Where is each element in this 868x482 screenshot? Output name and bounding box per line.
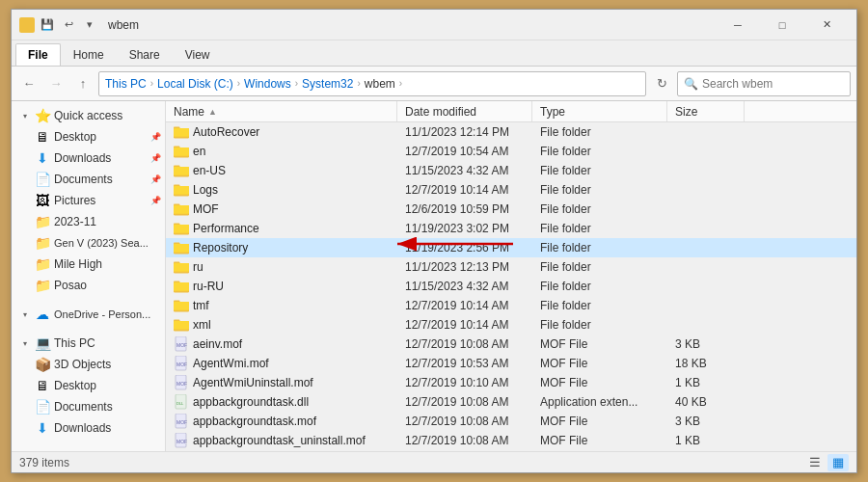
crumb-this-pc[interactable]: This PC <box>105 77 147 91</box>
window: 💾 ↩ ▾ wbem ─ □ ✕ File Home Share View ← … <box>11 9 857 473</box>
sidebar-item-this-pc[interactable]: ▾ 💻 This PC <box>12 333 165 354</box>
file-name: tmf <box>193 299 209 312</box>
search-box[interactable]: 🔍 <box>677 71 851 96</box>
sidebar-item-posao[interactable]: 📁 Posao <box>12 275 165 296</box>
desktop2-icon: 🖥 <box>35 378 50 393</box>
address-box[interactable]: This PC › Local Disk (C:) › Windows › Sy… <box>98 71 646 96</box>
crumb-wbem: wbem <box>365 77 395 91</box>
sidebar-pictures-label: Pictures <box>54 194 95 207</box>
search-input[interactable] <box>702 77 847 91</box>
crumb-local-disk[interactable]: Local Disk (C:) <box>157 77 233 91</box>
file-date: 11/1/2023 12:14 PM <box>397 125 532 139</box>
file-row[interactable]: MOF appbackgroundtask.mof 12/7/2019 10:0… <box>166 412 856 431</box>
file-name: Performance <box>193 222 259 235</box>
file-row[interactable]: MOF AgentWmi.mof 12/7/2019 10:53 AM MOF … <box>166 354 856 373</box>
folder-icon <box>174 280 189 293</box>
folder-mile-icon: 📁 <box>35 256 50 272</box>
file-row[interactable]: Performance 11/19/2023 3:02 PM File fold… <box>166 219 856 238</box>
file-type: MOF File <box>532 337 667 351</box>
sidebar-item-gen-v[interactable]: 📁 Gen V (2023) Sea... <box>12 232 165 254</box>
col-header-size[interactable]: Size <box>667 101 745 121</box>
file-row[interactable]: MOF appbackgroundtask_uninstall.mof 12/7… <box>166 431 856 450</box>
sort-arrow: ▲ <box>208 107 217 117</box>
file-date: 12/7/2019 10:08 AM <box>397 395 532 409</box>
col-type-label: Type <box>540 105 565 119</box>
file-row[interactable]: MOF AgentWmiUninstall.mof 12/7/2019 10:1… <box>166 373 856 392</box>
crumb-system32[interactable]: System32 <box>302 77 353 91</box>
file-date: 12/7/2019 10:14 AM <box>397 183 532 197</box>
sidebar-item-downloads[interactable]: ⬇ Downloads 📌 <box>12 147 165 169</box>
pin-icon: 📌 <box>150 132 161 142</box>
file-row[interactable]: xml 12/7/2019 10:14 AM File folder <box>166 315 856 335</box>
qat-dropdown-button[interactable]: ▾ <box>81 16 98 34</box>
file-type: File folder <box>532 318 667 332</box>
expand-this-pc-icon: ▾ <box>19 337 31 349</box>
forward-button[interactable]: → <box>44 72 68 95</box>
folder-icon <box>174 125 189 139</box>
sidebar-item-desktop2[interactable]: 🖥 Desktop <box>12 375 165 396</box>
file-pane: Name ▲ Date modified Type Size <box>166 101 856 451</box>
file-date: 11/19/2023 3:02 PM <box>397 222 532 235</box>
sidebar-item-3d-objects[interactable]: 📦 3D Objects <box>12 354 165 375</box>
file-row[interactable]: ru 11/1/2023 12:13 PM File folder <box>166 257 856 277</box>
save-qat-button[interactable]: 💾 <box>39 16 56 34</box>
mof-file-icon: MOF <box>174 414 189 429</box>
star-icon: ⭐ <box>35 108 50 123</box>
sidebar-item-desktop[interactable]: 🖥 Desktop 📌 <box>12 126 165 147</box>
file-row[interactable]: AutoRecover 11/1/2023 12:14 PM File fold… <box>166 122 856 142</box>
col-header-name[interactable]: Name ▲ <box>166 101 397 121</box>
crumb-windows[interactable]: Windows <box>244 77 291 91</box>
main-content: ▾ ⭐ Quick access 🖥 Desktop 📌 ⬇ Downloads… <box>12 101 856 451</box>
file-row[interactable]: MOF 12/6/2019 10:59 PM File folder <box>166 200 856 219</box>
mof-file-icon: MOF <box>174 375 189 390</box>
details-view-button[interactable]: ▦ <box>827 454 849 471</box>
close-button[interactable]: ✕ <box>804 10 849 40</box>
file-date: 11/15/2023 4:32 AM <box>397 280 532 293</box>
tab-file[interactable]: File <box>15 43 61 66</box>
file-row[interactable]: ru-RU 11/15/2023 4:32 AM File folder <box>166 277 856 296</box>
list-view-button[interactable]: ☰ <box>804 454 826 471</box>
3d-icon: 📦 <box>35 357 50 372</box>
file-type: File folder <box>532 164 667 177</box>
file-name: AutoRecover <box>193 125 259 139</box>
file-date: 12/7/2019 10:08 AM <box>397 434 532 447</box>
tab-share[interactable]: Share <box>117 43 173 66</box>
sidebar-item-pictures[interactable]: 🖼 Pictures 📌 <box>12 190 165 211</box>
sidebar-item-documents2[interactable]: 📄 Documents <box>12 396 165 417</box>
sidebar-mile-label: Mile High <box>54 257 102 271</box>
tab-view[interactable]: View <box>173 43 223 66</box>
mof-file-icon: MOF <box>174 433 189 448</box>
sidebar-item-documents[interactable]: 📄 Documents 📌 <box>12 169 165 190</box>
col-date-label: Date modified <box>405 105 476 119</box>
sidebar-item-mile-high[interactable]: 📁 Mile High <box>12 254 165 275</box>
col-header-type[interactable]: Type <box>532 101 667 121</box>
file-row[interactable]: Logs 12/7/2019 10:14 AM File folder <box>166 180 856 200</box>
sidebar-this-pc-label: This PC <box>54 336 95 350</box>
maximize-button[interactable]: □ <box>760 10 804 40</box>
file-row[interactable]: en-US 11/15/2023 4:32 AM File folder <box>166 161 856 180</box>
undo-qat-button[interactable]: ↩ <box>60 16 77 34</box>
file-date: 11/1/2023 12:13 PM <box>397 260 532 274</box>
svg-rect-30 <box>174 282 189 291</box>
svg-rect-1 <box>21 20 26 23</box>
svg-text:MOF: MOF <box>176 362 187 367</box>
file-row-repository[interactable]: Repository 11/19/2023 2:56 PM File folde… <box>166 238 856 257</box>
minimize-button[interactable]: ─ <box>716 10 760 40</box>
sidebar-desktop2-label: Desktop <box>54 379 96 392</box>
sidebar-item-2023-11[interactable]: 📁 2023-11 <box>12 211 165 232</box>
file-name: appbackgroundtask_uninstall.mof <box>193 434 366 447</box>
tab-home[interactable]: Home <box>61 43 117 66</box>
sidebar-item-quick-access[interactable]: ▾ ⭐ Quick access <box>12 105 165 126</box>
sidebar-documents-label: Documents <box>54 173 113 186</box>
sidebar-item-onedrive[interactable]: ▾ ☁ OneDrive - Person... <box>12 304 165 325</box>
up-button[interactable]: ↑ <box>71 72 95 95</box>
file-row[interactable]: DLL appbackgroundtask.dll 12/7/2019 10:0… <box>166 392 856 412</box>
refresh-button[interactable]: ↻ <box>650 72 673 95</box>
svg-text:MOF: MOF <box>176 342 187 348</box>
sidebar-item-downloads2[interactable]: ⬇ Downloads <box>12 417 165 439</box>
back-button[interactable]: ← <box>17 72 41 95</box>
file-row[interactable]: en 12/7/2019 10:54 AM File folder <box>166 142 856 161</box>
file-row[interactable]: MOF aeinv.mof 12/7/2019 10:08 AM MOF Fil… <box>166 335 856 354</box>
col-header-date[interactable]: Date modified <box>397 101 532 121</box>
file-row[interactable]: tmf 12/7/2019 10:14 AM File folder <box>166 296 856 315</box>
